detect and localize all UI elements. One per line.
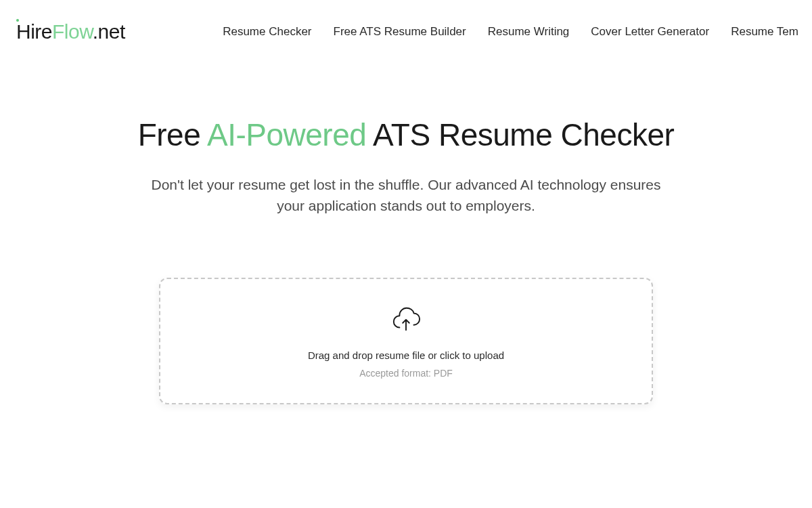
hero-title-accent: AI-Powered <box>207 117 366 152</box>
nav-resume-checker[interactable]: Resume Checker <box>223 25 311 39</box>
logo[interactable]: HireFlow.net <box>16 20 125 43</box>
upload-format-text: Accepted format: PDF <box>174 368 638 379</box>
hero-subtitle: Don't let your resume get lost in the sh… <box>142 174 670 217</box>
logo-part-net: .net <box>93 20 125 43</box>
logo-part-hire: Hire <box>16 20 52 43</box>
cloud-upload-icon <box>390 306 422 336</box>
nav-resume-templates[interactable]: Resume Tem <box>731 25 798 39</box>
upload-dropzone[interactable]: Drag and drop resume file or click to up… <box>159 278 653 404</box>
logo-part-flow: Flow <box>52 20 93 43</box>
main-nav: Resume Checker Free ATS Resume Builder R… <box>223 25 798 39</box>
nav-ats-builder[interactable]: Free ATS Resume Builder <box>334 25 466 39</box>
hero-section: Free AI-Powered ATS Resume Checker Don't… <box>74 64 738 217</box>
hero-title: Free AI-Powered ATS Resume Checker <box>102 118 710 152</box>
nav-resume-writing[interactable]: Resume Writing <box>488 25 570 39</box>
hero-title-prefix: Free <box>138 117 207 152</box>
nav-cover-letter[interactable]: Cover Letter Generator <box>591 25 709 39</box>
upload-instruction-text: Drag and drop resume file or click to up… <box>174 350 638 361</box>
header: HireFlow.net Resume Checker Free ATS Res… <box>0 0 812 64</box>
hero-title-suffix: ATS Resume Checker <box>366 117 674 152</box>
